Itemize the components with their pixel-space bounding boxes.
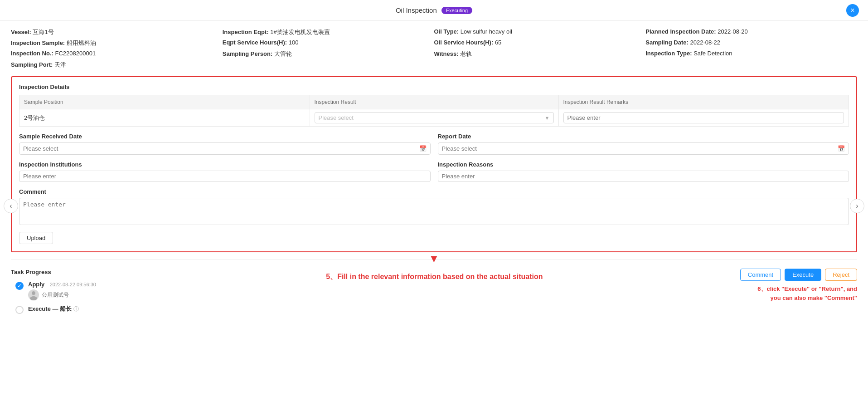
inspection-details-box: Inspection Details Sample Position Inspe… [11,76,857,252]
info-icon: ⓘ [73,306,79,312]
calendar-icon: 📅 [419,145,427,152]
select-arrow-icon: ▼ [545,115,550,121]
report-date-input[interactable] [442,145,838,152]
nav-right-arrow[interactable]: › [850,199,864,213]
svg-point-1 [30,296,37,300]
sampling-port-label: Sampling Port: [11,61,53,68]
eqpt-service-value: 100 [289,39,299,46]
report-date-label: Report Date [438,133,849,140]
sampling-date-value: 2022-08-22 [690,39,721,46]
sample-received-date-label: Sample Received Date [19,133,431,140]
timeline-unchecked-dot [15,306,24,314]
down-arrow-icon: ▼ [429,253,440,264]
inspection-sample-value: 船用燃料油 [67,39,96,46]
inspection-eqpt-label: Inspection Eqpt: [223,29,269,35]
date-row: Sample Received Date 📅 Report Date 📅 [19,133,849,155]
apply-user-row: 公用测试号 [28,289,129,300]
col-sample-position: Sample Position [19,95,310,109]
inspection-result-remarks-input[interactable] [563,112,844,123]
inspection-institutions-col: Inspection Institutions [19,161,431,182]
witness-label: Witness: [434,50,459,57]
inspection-reasons-col: Inspection Reasons [438,161,849,182]
timeline-checked-dot: ✓ [15,282,24,290]
divider-area: ▼ [11,260,857,269]
timeline: ✓ Apply 2022-08-22 09:56:30 公用测试号 [11,281,129,314]
timeline-item-execute: Execute — 船长 ⓘ [15,305,129,314]
checkmark-icon: ✓ [17,283,22,289]
left-chevron-icon: ‹ [10,202,12,210]
col-inspection-result: Inspection Result [310,95,558,109]
user-avatar [28,289,39,300]
planned-date-label: Planned Inspection Date: [645,28,716,35]
report-date-wrapper: 📅 [438,142,849,155]
oil-type-value: Low sulfur heavy oil [461,28,512,35]
instruction-text: 5、Fill in the relevant information based… [138,269,731,282]
task-progress: Task Progress ✓ Apply 2022-08-22 09:56:3… [11,269,129,319]
note-text: 6、click "Execute" or "Return", and you c… [757,284,857,302]
planned-date-value: 2022-08-20 [718,28,748,35]
inspection-type-value: Safe Detection [693,50,732,57]
svg-point-0 [32,291,35,295]
execute-button[interactable]: Execute [785,269,821,281]
close-button[interactable]: × [846,4,859,17]
apply-time: 2022-08-22 09:56:30 [50,282,96,287]
vessel-value: 互海1号 [33,29,53,35]
action-area: Comment Execute Reject 6、click "Execute"… [740,269,857,302]
inspection-no-label: Inspection No.: [11,50,53,57]
right-chevron-icon: › [856,202,858,210]
oil-service-label: Oil Service Hours(H): [434,39,494,46]
vessel-label: Vessel: [11,29,31,35]
inspection-details-title: Inspection Details [19,83,849,90]
oil-type-label: Oil Type: [434,28,459,35]
page-title: Oil Inspection [396,6,437,14]
task-progress-title: Task Progress [11,269,129,275]
institutions-reasons-row: Inspection Institutions Inspection Reaso… [19,161,849,182]
meta-section: Vessel: 互海1号 Inspection Eqpt: 1#柴油发电机发电装… [0,21,868,76]
sample-position-value: 2号油仓 [24,114,45,121]
inspection-eqpt-value: 1#柴油发电机发电装置 [270,29,330,35]
comment-button[interactable]: Comment [740,269,781,281]
sample-received-date-wrapper: 📅 [19,142,431,155]
status-badge: Executing [441,7,472,14]
execute-title: Execute — 船长 [28,305,72,312]
sampling-person-label: Sampling Person: [223,50,273,57]
inspection-reasons-input[interactable] [438,171,849,182]
inspection-sample-label: Inspection Sample: [11,39,65,46]
calendar-icon-2: 📅 [838,145,845,152]
eqpt-service-label: Eqpt Service Hours(H): [223,39,287,46]
inspection-institutions-input[interactable] [19,171,431,182]
comment-label: Comment [19,188,849,195]
avatar-icon [28,289,39,300]
inspection-institutions-label: Inspection Institutions [19,161,431,168]
bottom-section: Task Progress ✓ Apply 2022-08-22 09:56:3… [0,269,868,328]
timeline-item-apply: ✓ Apply 2022-08-22 09:56:30 公用测试号 [15,281,129,300]
sampling-date-label: Sampling Date: [645,39,689,46]
sampling-port-value: 天津 [54,61,66,68]
apply-title: Apply [28,281,44,288]
inspection-no-value: FC2208200001 [55,50,96,57]
action-buttons-row: Comment Execute Reject [740,269,857,281]
reject-button[interactable]: Reject [825,269,857,281]
details-table: Sample Position Inspection Result Inspec… [19,95,849,127]
inspection-result-select-wrapper: Please select ▼ [315,112,554,123]
upload-button[interactable]: Upload [19,232,53,244]
sampling-person-value: 大管轮 [274,50,292,57]
inspection-reasons-label: Inspection Reasons [438,161,849,168]
timeline-apply-content: Apply 2022-08-22 09:56:30 公用测试号 [28,281,129,300]
timeline-execute-content: Execute — 船长 ⓘ [28,305,129,313]
oil-service-value: 65 [495,39,501,46]
witness-value: 老轨 [460,50,472,57]
sample-received-date-input[interactable] [23,145,419,152]
comment-textarea[interactable] [19,198,849,225]
apply-user-name: 公用测试号 [42,291,69,299]
sample-received-date-col: Sample Received Date 📅 [19,133,431,155]
report-date-col: Report Date 📅 [438,133,849,155]
table-row: 2号油仓 Please select ▼ [19,109,849,127]
col-inspection-result-remarks: Inspection Result Remarks [558,95,849,109]
inspection-type-label: Inspection Type: [645,50,692,57]
main-content: Inspection Details Sample Position Inspe… [0,76,868,260]
comment-section: Comment [19,188,849,232]
page-header: Oil Inspection Executing × [0,0,868,21]
inspection-result-select[interactable]: Please select [319,114,545,121]
nav-left-arrow[interactable]: ‹ [4,199,18,213]
